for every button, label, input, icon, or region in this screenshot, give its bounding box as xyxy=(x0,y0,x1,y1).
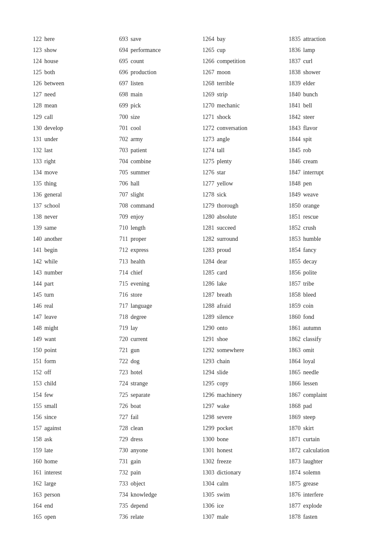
entry-number: 1840 xyxy=(285,90,301,100)
entry-number: 710 xyxy=(112,223,128,233)
list-item: 130develop xyxy=(26,123,108,133)
entry-number: 697 xyxy=(112,78,128,89)
list-item: 1279thorough xyxy=(198,201,280,211)
entry-word: laughter xyxy=(303,457,323,467)
entry-number: 1275 xyxy=(198,156,214,167)
list-item: 723hotel xyxy=(112,367,194,378)
list-item: 729dress xyxy=(112,434,194,445)
entry-word: bone xyxy=(217,434,228,445)
entry-number: 151 xyxy=(26,356,42,367)
list-item: 1293chain xyxy=(198,356,280,367)
list-item: 1842steer xyxy=(285,112,367,122)
list-item: 731gain xyxy=(112,457,194,467)
entry-word: home xyxy=(44,457,58,467)
list-item: 694performance xyxy=(112,45,194,55)
entry-number: 149 xyxy=(26,334,42,344)
entry-number: 1282 xyxy=(198,234,214,244)
entry-number: 1288 xyxy=(198,301,214,311)
entry-word: combine xyxy=(131,156,151,167)
entry-number: 1301 xyxy=(198,445,214,456)
list-item: 734knowledge xyxy=(112,490,194,500)
list-item: 1867complaint xyxy=(285,390,367,400)
list-item: 714chief xyxy=(112,268,194,278)
entry-word: honest xyxy=(217,445,233,456)
list-item: 718degree xyxy=(112,312,194,322)
list-item: 1874solemn xyxy=(285,468,367,478)
list-item: 715evening xyxy=(112,279,194,289)
list-item: 132last xyxy=(26,145,108,156)
entry-word: depend xyxy=(131,501,148,511)
entry-number: 1835 xyxy=(285,34,301,44)
entry-word: ice xyxy=(217,501,224,511)
entry-number: 1307 xyxy=(198,512,214,522)
entry-number: 1855 xyxy=(285,257,301,267)
entry-number: 133 xyxy=(26,156,42,167)
entry-number: 138 xyxy=(26,212,42,222)
entry-number: 125 xyxy=(26,67,42,78)
list-item: 147leave xyxy=(26,312,108,322)
entry-word: terrible xyxy=(217,78,234,89)
entry-number: 122 xyxy=(26,34,42,44)
entry-number: 726 xyxy=(112,401,128,411)
entry-word: slight xyxy=(131,190,144,200)
entry-word: card xyxy=(217,268,227,278)
entry-word: onto xyxy=(217,323,228,333)
entry-word: moon xyxy=(217,67,231,78)
entry-number: 1849 xyxy=(285,190,301,200)
entry-word: fond xyxy=(303,312,314,322)
entry-word: point xyxy=(44,345,57,356)
entry-number: 152 xyxy=(26,367,42,378)
entry-word: never xyxy=(44,212,58,222)
entry-number: 140 xyxy=(26,234,42,244)
list-item: 1837curl xyxy=(285,56,367,66)
entry-number: 148 xyxy=(26,323,42,333)
entry-word: chief xyxy=(131,268,143,278)
list-item: 1286lake xyxy=(198,279,280,289)
entry-number: 139 xyxy=(26,223,42,233)
entry-word: dress xyxy=(131,434,143,445)
list-item: 1302freeze xyxy=(198,457,280,467)
entry-word: silence xyxy=(217,312,233,322)
entry-word: orange xyxy=(303,201,320,211)
entry-word: elder xyxy=(303,78,315,89)
entry-word: strange xyxy=(131,379,148,389)
entry-word: house xyxy=(44,56,58,66)
entry-number: 1848 xyxy=(285,179,301,189)
entry-word: interfere xyxy=(303,490,323,500)
list-item: 1861autumn xyxy=(285,323,367,333)
entry-word: pain xyxy=(131,468,141,478)
entry-number: 1846 xyxy=(285,156,301,167)
list-item: 706hall xyxy=(112,179,194,189)
entry-word: object xyxy=(131,479,145,489)
entry-number: 722 xyxy=(112,356,128,367)
list-item: 713health xyxy=(112,257,194,267)
list-item: 1273angle xyxy=(198,134,280,145)
entry-number: 1870 xyxy=(285,423,301,434)
entry-word: proud xyxy=(217,245,231,255)
entry-word: dictionary xyxy=(217,468,241,478)
list-item: 134move xyxy=(26,168,108,178)
entry-number: 1873 xyxy=(285,457,301,467)
entry-number: 126 xyxy=(26,78,42,89)
list-item: 1845rob xyxy=(285,145,367,156)
entry-word: bay xyxy=(217,34,225,44)
list-item: 146real xyxy=(26,301,108,311)
entry-word: explode xyxy=(303,501,322,511)
entry-word: loyal xyxy=(303,356,315,367)
list-item: 725separate xyxy=(112,390,194,400)
list-item: 697listen xyxy=(112,78,194,89)
entry-word: cup xyxy=(217,45,225,55)
list-item: 701cool xyxy=(112,123,194,133)
list-item: 717language xyxy=(112,301,194,311)
entry-word: bleed xyxy=(303,290,316,300)
entry-number: 128 xyxy=(26,101,42,111)
entry-number: 1264 xyxy=(198,34,214,44)
list-item: 696production xyxy=(112,67,194,78)
entry-number: 1299 xyxy=(198,423,214,434)
entry-word: move xyxy=(44,168,58,178)
list-item: 162large xyxy=(26,479,108,489)
entry-word: fasten xyxy=(303,512,317,522)
list-item: 1849weave xyxy=(285,190,367,200)
entry-number: 1293 xyxy=(198,356,214,367)
entry-word: pad xyxy=(303,401,312,411)
